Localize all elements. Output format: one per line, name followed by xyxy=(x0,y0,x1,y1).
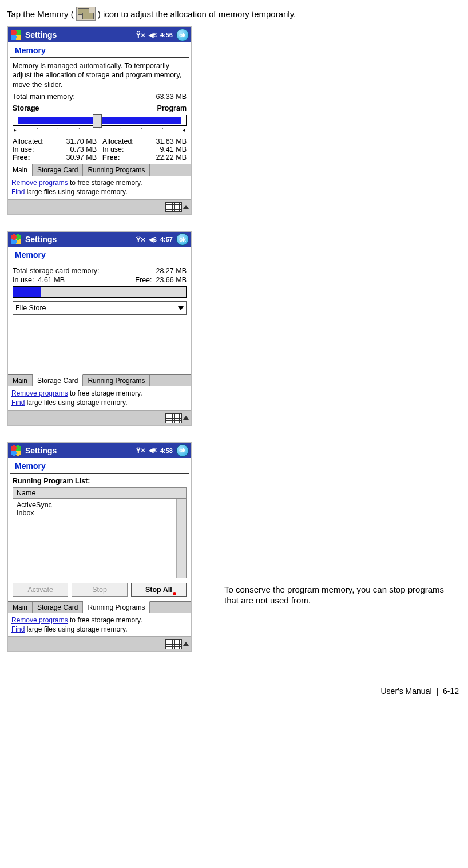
page-title: Memory xyxy=(10,247,189,262)
intro-after: ) icon to adjust the allocation of memor… xyxy=(98,9,296,19)
chevron-down-icon xyxy=(178,306,184,310)
storage-allocated: 31.70 MB xyxy=(66,137,97,145)
callout-text: To conserve the program memory, you can … xyxy=(224,584,453,606)
sip-arrow-icon[interactable] xyxy=(183,205,189,209)
tab-running-programs[interactable]: Running Programs xyxy=(83,164,150,176)
list-item[interactable]: ActiveSync xyxy=(17,501,183,509)
dropdown-value: File Store xyxy=(15,304,46,312)
signal-icon: Ÿ× xyxy=(136,31,145,40)
footer-manual: User's Manual xyxy=(381,686,432,696)
remove-programs-link[interactable]: Remove programs xyxy=(11,179,68,187)
stop-all-button[interactable]: Stop All xyxy=(131,583,187,597)
page-title: Memory xyxy=(10,42,189,58)
card-free: 23.66 MB xyxy=(156,276,187,284)
speaker-icon: ◀€ xyxy=(149,447,157,454)
signal-icon: Ÿ× xyxy=(136,446,145,455)
clock: 4:57 xyxy=(160,236,173,243)
instruction-text: Memory is managed automatically. To temp… xyxy=(13,61,187,89)
sip-arrow-icon[interactable] xyxy=(183,642,189,646)
sip-arrow-icon[interactable] xyxy=(183,416,189,420)
clock: 4:56 xyxy=(160,31,173,38)
column-header-name[interactable]: Name xyxy=(13,487,187,499)
titlebar-title: Settings xyxy=(25,446,133,455)
hint-area: Remove programs to free storage memory. … xyxy=(8,386,191,409)
speaker-icon: ◀€ xyxy=(149,31,157,39)
start-flag-icon[interactable] xyxy=(10,29,22,41)
start-flag-icon[interactable] xyxy=(10,234,22,245)
tab-bar: Main Storage Card Running Programs xyxy=(8,374,191,386)
speaker-icon: ◀€ xyxy=(149,236,157,243)
titlebar: Settings Ÿ× ◀€ 4:58 ok xyxy=(8,443,191,458)
total-memory-label: Total main memory: xyxy=(13,93,75,101)
tab-running-programs[interactable]: Running Programs xyxy=(83,601,150,613)
scrollbar[interactable] xyxy=(176,499,186,578)
intro-text: Tap the Memory ( ) icon to adjust the al… xyxy=(7,7,461,21)
program-column: Allocated:31.63 MB In use:9.41 MB Free:2… xyxy=(102,137,187,161)
stop-button[interactable]: Stop xyxy=(72,583,127,597)
running-program-list[interactable]: ActiveSync Inbox xyxy=(13,499,187,578)
storage-inuse: 0.73 MB xyxy=(70,145,97,153)
program-free: 22.22 MB xyxy=(156,153,187,161)
slider-ticks: ▸ˈˈˈˈˈˈˈ◂ xyxy=(13,127,187,133)
signal-icon: Ÿ× xyxy=(136,235,145,244)
keyboard-icon[interactable] xyxy=(165,202,182,212)
activate-button[interactable]: Activate xyxy=(13,583,68,597)
tab-bar: Main Storage Card Running Programs xyxy=(8,601,191,613)
find-link[interactable]: Find xyxy=(11,625,25,633)
screenshot-memory-main: Settings Ÿ× ◀€ 4:56 ok Memory Memory is … xyxy=(7,26,192,215)
memory-icon xyxy=(76,7,96,21)
tab-bar: Main Storage Card Running Programs xyxy=(8,164,191,176)
total-card-label: Total storage card memory: xyxy=(13,267,99,275)
storage-free: 30.97 MB xyxy=(66,153,97,161)
ok-button[interactable]: ok xyxy=(176,233,189,246)
tab-storage-card[interactable]: Storage Card xyxy=(33,602,83,613)
hint-area: Remove programs to free storage memory. … xyxy=(8,613,191,636)
ok-button[interactable]: ok xyxy=(176,29,189,41)
page-title: Memory xyxy=(10,458,189,474)
total-card-value: 28.27 MB xyxy=(156,267,187,275)
clock: 4:58 xyxy=(160,447,173,454)
remove-programs-link[interactable]: Remove programs xyxy=(11,616,68,624)
storage-dropdown[interactable]: File Store xyxy=(13,301,187,315)
find-link[interactable]: Find xyxy=(11,188,25,196)
titlebar-title: Settings xyxy=(25,30,133,40)
start-flag-icon[interactable] xyxy=(10,445,22,456)
program-label: Program xyxy=(157,104,187,112)
memory-slider[interactable] xyxy=(13,115,187,126)
card-inuse: 4.61 MB xyxy=(38,276,65,284)
hint-area: Remove programs to free storage memory. … xyxy=(8,176,191,199)
tab-main[interactable]: Main xyxy=(8,375,33,386)
remove-programs-link[interactable]: Remove programs xyxy=(11,389,68,397)
ok-button[interactable]: ok xyxy=(176,444,189,457)
screenshot-storage-card: Settings Ÿ× ◀€ 4:57 ok Memory Total stor… xyxy=(7,231,192,425)
sip-bar xyxy=(8,410,191,425)
storage-column: Allocated:31.70 MB In use:0.73 MB Free:3… xyxy=(13,137,97,161)
program-inuse: 9.41 MB xyxy=(160,145,187,153)
sip-bar xyxy=(8,199,191,214)
tab-main[interactable]: Main xyxy=(8,164,33,176)
titlebar-title: Settings xyxy=(25,235,133,244)
tab-main[interactable]: Main xyxy=(8,602,33,613)
total-memory-value: 63.33 MB xyxy=(156,93,187,101)
titlebar: Settings Ÿ× ◀€ 4:57 ok xyxy=(8,232,191,247)
running-list-header: Running Program List: xyxy=(8,474,191,487)
callout-line xyxy=(176,594,222,594)
sip-bar xyxy=(8,636,191,651)
keyboard-icon[interactable] xyxy=(165,639,182,649)
page-footer: User's Manual | 6-12 xyxy=(7,686,461,696)
storage-label: Storage xyxy=(13,104,39,112)
program-allocated: 31.63 MB xyxy=(156,137,187,145)
tab-running-programs[interactable]: Running Programs xyxy=(83,375,150,386)
keyboard-icon[interactable] xyxy=(165,413,182,423)
tab-storage-card[interactable]: Storage Card xyxy=(33,374,83,386)
find-link[interactable]: Find xyxy=(11,399,25,407)
list-item[interactable]: Inbox xyxy=(17,509,183,517)
intro-before: Tap the Memory ( xyxy=(7,9,74,19)
usage-bar xyxy=(13,286,187,298)
screenshot-running-programs: Settings Ÿ× ◀€ 4:58 ok Memory Running Pr… xyxy=(7,442,192,652)
tab-storage-card[interactable]: Storage Card xyxy=(33,164,83,176)
footer-page: 6-12 xyxy=(443,686,459,696)
titlebar: Settings Ÿ× ◀€ 4:56 ok xyxy=(8,27,191,42)
